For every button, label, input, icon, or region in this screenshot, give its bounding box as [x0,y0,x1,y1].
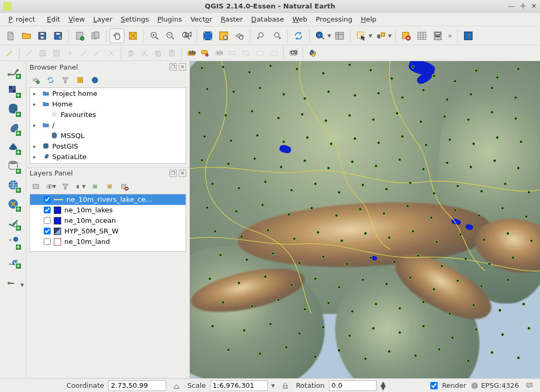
identify-button[interactable]: i [313,28,327,43]
feature-point[interactable] [377,141,380,144]
feature-point[interactable] [530,239,533,242]
feature-point[interactable] [327,166,330,170]
feature-point[interactable] [232,90,235,93]
feature-point[interactable] [364,232,367,235]
feature-point[interactable] [527,327,531,330]
feature-point[interactable] [393,260,396,263]
feature-point[interactable] [340,239,343,242]
help-button[interactable]: ? [461,28,476,43]
feature-point[interactable] [353,137,356,140]
menu-web[interactable]: Web [289,14,310,24]
menu-view[interactable]: View [65,14,88,24]
twisty-icon[interactable]: ▸ [33,143,40,149]
add-vector-layer-button[interactable]: + [5,63,21,79]
remove-layer-icon[interactable] [118,180,131,193]
feature-point[interactable] [448,138,451,141]
browser-item[interactable]: Favourites [30,109,186,120]
feature-point[interactable] [348,63,351,66]
feature-point[interactable] [483,238,486,241]
feature-point[interactable] [446,98,449,101]
layer-row[interactable]: ne_10m_lakes [30,205,186,215]
scale-dropdown-icon[interactable]: ▼ [271,383,275,388]
feature-point[interactable] [417,254,420,257]
feature-point[interactable] [224,114,227,117]
pan-button[interactable] [110,28,124,43]
feature-point[interactable] [467,118,470,121]
feature-point[interactable] [277,298,280,301]
add-wfs-layer-button[interactable]: + [5,215,21,231]
save-project-as-button[interactable] [51,28,65,43]
feature-point[interactable] [454,209,457,212]
layer-row[interactable]: ne_10m_rivers_lake_ce… [30,194,186,205]
close-icon[interactable]: ✕ [179,63,186,71]
feature-point[interactable] [277,116,280,120]
feature-point[interactable] [498,309,502,312]
cut-button[interactable] [138,47,151,60]
feature-point[interactable] [345,262,349,266]
feature-point[interactable] [475,69,478,72]
feature-point[interactable] [235,210,238,213]
current-edits-button[interactable] [23,47,35,60]
feature-point[interactable] [221,65,225,68]
open-attribute-table-button[interactable] [414,28,429,43]
menu-vector[interactable]: Vector [187,14,215,24]
coordinate-input[interactable] [108,380,166,391]
feature-point[interactable] [422,89,425,92]
feature-point[interactable] [364,357,367,360]
zoom-to-selection-button[interactable] [216,28,231,43]
feature-point[interactable] [398,331,401,334]
browser-item[interactable]: MSSQL [30,130,186,141]
feature-point[interactable] [422,168,425,171]
feature-point[interactable] [435,240,438,243]
feature-point[interactable] [469,165,472,169]
feature-point[interactable] [396,112,399,115]
feature-point[interactable] [512,256,515,259]
feature-point[interactable] [298,261,301,264]
lock-scale-icon[interactable] [279,379,292,392]
feature-point[interactable] [266,229,269,232]
feature-point[interactable] [409,276,412,279]
attribute-table-button[interactable] [332,28,347,43]
feature-point[interactable] [338,191,341,194]
feature-point[interactable] [501,207,504,210]
feature-point[interactable] [290,189,293,192]
feature-point[interactable] [250,110,254,113]
feature-point[interactable] [295,67,298,71]
feature-point[interactable] [527,191,531,194]
feature-point[interactable] [272,252,275,255]
feature-point[interactable] [388,236,391,239]
zoom-to-layer-button[interactable] [232,28,247,43]
feature-point[interactable] [411,230,414,233]
feature-point[interactable] [198,111,201,114]
feature-point[interactable] [229,139,233,142]
split-button[interactable] [105,47,118,60]
feature-point[interactable] [264,180,267,183]
add-mssql-layer-button[interactable]: + [5,139,21,155]
feature-point[interactable] [406,204,409,208]
feature-point[interactable] [490,111,494,114]
feature-point[interactable] [490,86,494,90]
select-features-button[interactable] [354,28,369,43]
feature-point[interactable] [456,279,459,282]
toggle-editing-button[interactable] [3,47,16,60]
feature-point[interactable] [359,208,362,211]
feature-point[interactable] [385,282,388,286]
zoom-next-button[interactable] [269,28,284,43]
feature-point[interactable] [338,349,341,352]
close-button[interactable]: ✕ [531,2,537,10]
feature-point[interactable] [253,157,256,160]
feature-point[interactable] [211,182,214,185]
feature-point[interactable] [314,182,317,185]
feature-point[interactable] [454,80,457,83]
feature-point[interactable] [496,136,499,139]
twisty-icon[interactable]: ▸ [33,91,40,96]
feature-point[interactable] [414,354,417,357]
feature-point[interactable] [282,93,285,96]
browser-item[interactable]: ▸ PostGIS [30,141,186,151]
twisty-icon[interactable]: ▸ [33,154,40,160]
browser-item[interactable]: ▸ SpatiaLite [30,151,186,162]
feature-point[interactable] [250,305,254,308]
restore-icon[interactable]: ❐ [169,170,177,177]
feature-point[interactable] [517,67,520,71]
feature-point[interactable] [506,278,509,281]
